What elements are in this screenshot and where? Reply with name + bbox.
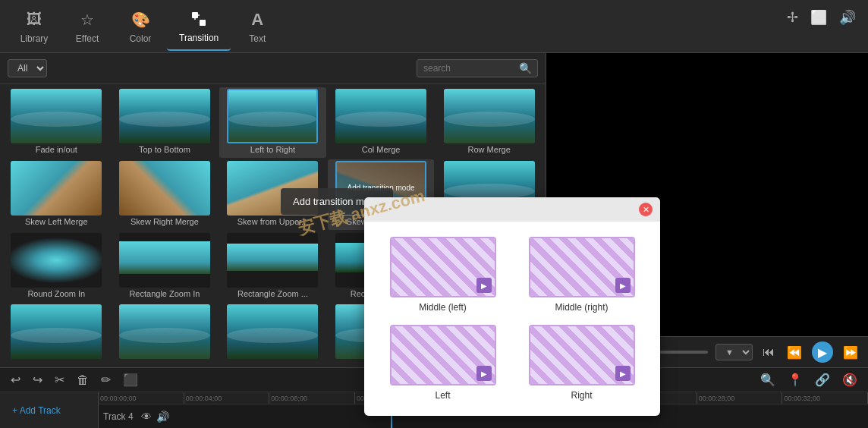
lock-icon[interactable]: 🔗	[812, 371, 833, 389]
redo-button[interactable]: ↪	[30, 371, 46, 389]
transition-item-extra1[interactable]	[3, 303, 110, 364]
add-track-button[interactable]: + Add Track	[8, 404, 65, 417]
search-input[interactable]	[423, 63, 514, 74]
play-icon-middle-right: ▶	[615, 278, 631, 293]
search-icon: 🔍	[519, 62, 532, 74]
transition-item-fade[interactable]: Fade in/out	[3, 87, 110, 158]
track-eye-icon[interactable]: 👁	[141, 411, 152, 423]
filter-row: All 🔍	[0, 53, 546, 84]
transition-label: Fade in/out	[36, 145, 77, 154]
play-button[interactable]: ▶	[812, 341, 833, 363]
tab-transition[interactable]: Transition	[167, 2, 231, 51]
transition-item-skew-left[interactable]: Skew Left Merge	[3, 159, 110, 230]
transition-thumb-row-merge	[444, 89, 535, 143]
crop-icon[interactable]: ⬜	[810, 9, 827, 26]
selection-dialog: ✕ ▶ Middle (left) ▶ Middle (right) ▶ Lef…	[364, 197, 660, 416]
transition-label: Col Merge	[362, 145, 401, 154]
transition-label: Skew from Upper...	[237, 217, 309, 226]
prev-frame-button[interactable]: ⏪	[785, 343, 804, 362]
next-frame-button[interactable]: ⏩	[841, 343, 860, 362]
transition-item-rect-zoom2[interactable]: Rectangle Zoom ...	[219, 231, 326, 302]
transition-item-round-zoom[interactable]: Round Zoom In	[3, 231, 110, 302]
skip-start-button[interactable]: ⏮	[760, 343, 777, 361]
ruler-mark: 00:00:00;00	[99, 392, 184, 404]
mute-icon[interactable]: 🔇	[839, 371, 860, 389]
dialog-thumb-left: ▶	[390, 325, 496, 386]
dialog-label-middle-right: Middle (right)	[555, 302, 608, 313]
split-button[interactable]: ⬛	[120, 371, 141, 389]
dialog-close-button[interactable]: ✕	[639, 203, 653, 216]
tab-effect-label: Effect	[76, 33, 99, 44]
edit-button[interactable]: ✏	[98, 371, 114, 389]
transition-label: Rectangle Zoom In	[129, 289, 200, 298]
tab-color[interactable]: 🎨 Color	[114, 3, 167, 50]
svg-rect-0	[192, 12, 198, 18]
transition-thumb-rect-zoom-in	[119, 233, 210, 288]
tab-color-label: Color	[130, 33, 152, 44]
tab-text[interactable]: A Text	[231, 3, 284, 50]
search-box: 🔍	[417, 59, 538, 77]
color-icon: 🎨	[130, 9, 151, 30]
transition-item-extra3[interactable]	[219, 303, 326, 364]
transition-item-extra2[interactable]	[112, 303, 219, 364]
play-icon-left: ▶	[476, 366, 492, 381]
tab-effect[interactable]: ☆ Effect	[61, 3, 114, 50]
transition-item-left-right[interactable]: Left to Right	[219, 87, 326, 158]
dialog-label-middle-left: Middle (left)	[419, 302, 467, 313]
ruler-mark: 00:00:32;00	[782, 392, 868, 404]
ruler-mark: 00:00:28;00	[697, 392, 783, 404]
tab-library[interactable]: 🖼 Library	[8, 3, 61, 50]
transition-label: Round Zoom In	[27, 289, 85, 298]
transition-icon	[188, 8, 209, 30]
transition-item-skew-right[interactable]: Skew Right Merge	[112, 159, 219, 230]
dialog-option-right[interactable]: ▶ Right	[518, 325, 645, 401]
cut-button[interactable]: ✂	[52, 371, 68, 389]
dialog-thumb-middle-left: ▶	[390, 237, 496, 297]
ruler-mark: 00:00:04;00	[184, 392, 270, 404]
tab-text-label: Text	[249, 33, 266, 44]
audio-icon[interactable]: 🔊	[839, 9, 856, 26]
top-right-controls: ✢ ⬜ 🔊	[787, 9, 856, 26]
zoom-timeline-icon[interactable]: 🔍	[757, 371, 778, 389]
transition-thumb-left-right	[227, 89, 318, 143]
transition-thumb-round-zoom	[11, 233, 102, 288]
undo-button[interactable]: ↩	[8, 371, 24, 389]
transition-item-rect-zoom-in[interactable]: Rectangle Zoom In	[112, 231, 219, 302]
transition-label: Top to Bottom	[139, 145, 190, 154]
dialog-thumb-right: ▶	[529, 325, 635, 386]
top-toolbar: 🖼 Library ☆ Effect 🎨 Color Transition A …	[0, 0, 868, 53]
transition-thumb-extra1	[11, 304, 102, 359]
transition-label: Row Merge	[468, 145, 511, 154]
transition-label: Rectangle Zoom ...	[237, 289, 308, 298]
transition-thumb-extra3	[227, 304, 318, 359]
transition-thumb-top-bottom	[119, 89, 210, 143]
transition-item-top-bottom[interactable]: Top to Bottom	[112, 87, 219, 158]
dialog-option-middle-right[interactable]: ▶ Middle (right)	[518, 237, 645, 313]
transition-label: Skew Right Merge	[131, 217, 199, 226]
marker-icon[interactable]: 📍	[785, 371, 806, 389]
library-icon: 🖼	[24, 9, 45, 30]
dialog-option-left[interactable]: ▶ Left	[379, 325, 506, 401]
transition-thumb-skew-left	[11, 161, 102, 216]
tab-transition-label: Transition	[179, 33, 219, 43]
delete-button[interactable]: 🗑	[74, 372, 92, 389]
transition-thumb-col-merge	[335, 89, 426, 143]
ruler-mark: 00:00:08;00	[269, 392, 355, 404]
transition-item-row-merge[interactable]: Row Merge	[436, 87, 542, 158]
transition-label: Skew Left Merge	[25, 217, 88, 226]
transition-thumb-rect-zoom2	[227, 233, 318, 288]
dialog-label-right: Right	[571, 390, 592, 401]
dialog-option-middle-left[interactable]: ▶ Middle (left)	[379, 237, 506, 313]
svg-rect-1	[200, 20, 206, 26]
filter-select[interactable]: All	[8, 59, 47, 77]
timeline-right-controls: 🔍 📍 🔗 🔇	[757, 371, 860, 389]
track-volume-icon[interactable]: 🔊	[156, 411, 169, 423]
play-icon-middle-left: ▶	[476, 278, 492, 293]
transition-label: Left to Right	[250, 145, 295, 154]
quality-dropdown[interactable]: ▼	[715, 344, 753, 360]
transition-thumb-extra2	[119, 304, 210, 359]
move-icon[interactable]: ✢	[787, 9, 798, 26]
track-name: Track 4	[103, 411, 134, 422]
transition-item-col-merge[interactable]: Col Merge	[328, 87, 435, 158]
track-label: + Add Track	[0, 392, 99, 428]
